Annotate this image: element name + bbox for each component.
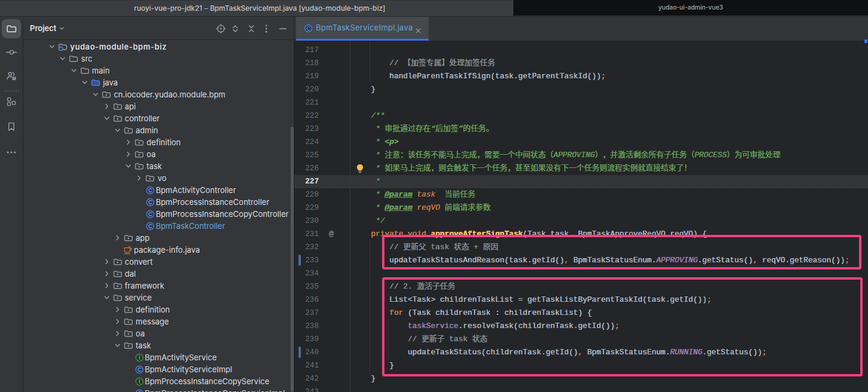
svg-text:I: I (138, 354, 140, 360)
svg-text:C: C (148, 187, 152, 193)
svg-text:C: C (137, 366, 141, 372)
svg-text:C: C (148, 223, 152, 229)
svg-text:C: C (306, 25, 310, 32)
svg-text:C: C (148, 199, 152, 205)
svg-text:C: C (148, 211, 152, 217)
svg-text:?: ? (13, 76, 16, 81)
svg-text:I: I (138, 378, 140, 384)
